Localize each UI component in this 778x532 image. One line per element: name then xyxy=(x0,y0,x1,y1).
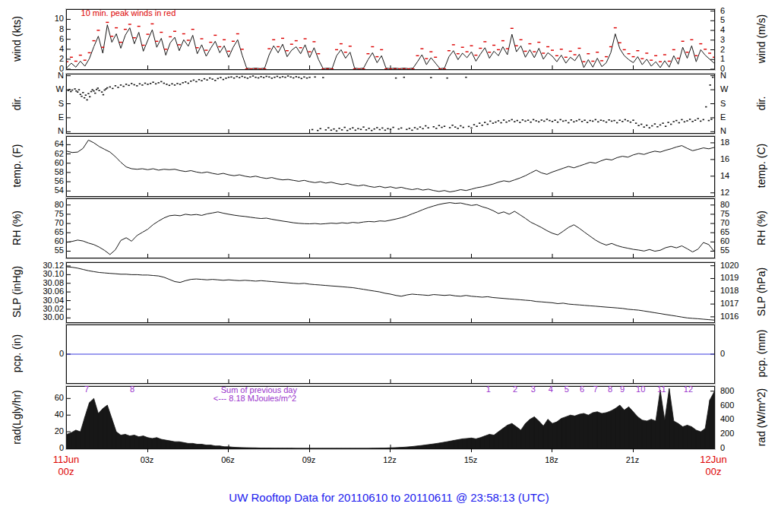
rad-annotation: 12 xyxy=(684,385,693,394)
dir-ytick-r: N xyxy=(720,126,766,135)
dir-ytick-r: E xyxy=(720,112,766,122)
x-start-date-line: 11Jun xyxy=(53,454,79,466)
slp-ytick-l: 30.12 xyxy=(23,261,64,270)
pcp-axis-title-left: pcp. (in) xyxy=(11,334,23,373)
rad-annotation: 5 xyxy=(565,385,569,394)
wind-ytick-l: 6 xyxy=(23,34,64,43)
rad-annotation: 1 xyxy=(486,385,491,394)
slp-axis-title-right: SLP (hPa) xyxy=(755,268,767,316)
temp-plot xyxy=(66,136,715,197)
slp-ytick-l: 30.06 xyxy=(23,287,64,296)
slp-ytick-l: 30.04 xyxy=(23,296,64,305)
x-start-date-line: 00z xyxy=(53,466,79,478)
rad-annotation: 4 xyxy=(549,385,553,394)
rh-axis-title-left: RH (%) xyxy=(11,211,23,245)
rad-ytick-l: 60 xyxy=(23,393,64,402)
rad-annotation: 7 xyxy=(84,385,89,394)
x-end-date-line: 12Jun xyxy=(700,454,726,466)
rad-annotation: 6 xyxy=(580,385,584,394)
wind-axis-title-left: wind (kts) xyxy=(11,16,23,62)
dir-ytick-l: E xyxy=(23,112,64,122)
rh-ytick-r: 80 xyxy=(720,200,766,209)
x-tick-label: 12z xyxy=(383,455,397,464)
panel-wind-direction: NESWNNESWNdir.dir. xyxy=(0,74,778,132)
x-tick-mark xyxy=(471,448,472,452)
rad-annotation: 7 xyxy=(593,385,598,394)
panel-wind-speed: 0246810012345610 min. peak winds in redw… xyxy=(0,9,778,68)
rad-ytick-l: 40 xyxy=(23,410,64,419)
slp-axis-title-left: SLP (inHg) xyxy=(11,266,23,318)
weather-figure: 0246810012345610 min. peak winds in redw… xyxy=(0,0,778,532)
dir-ytick-l: N xyxy=(23,126,64,135)
wind-annotation: 10 min. peak winds in red xyxy=(81,8,176,17)
dir-axis-title-left: dir. xyxy=(11,96,23,110)
temp-ytick-l: 60 xyxy=(23,158,64,167)
slp-ytick-l: 30.02 xyxy=(23,304,64,313)
wind-plot xyxy=(66,9,715,70)
x-end-date-label: 12Jun00z xyxy=(700,454,726,478)
panel-sea-level-pressure: 30.0030.0230.0430.0630.0830.1030.1210161… xyxy=(0,262,778,321)
x-tick-mark xyxy=(633,448,634,452)
slp-ytick-l: 30.08 xyxy=(23,278,64,287)
rad-annotation: 10 xyxy=(636,385,645,394)
rad-axis-title-right: rad (W/m^2) xyxy=(755,388,767,446)
rad-plot xyxy=(66,386,715,449)
x-tick-label: 15z xyxy=(464,455,478,464)
temp-axis-title-right: temp. (C) xyxy=(755,144,767,188)
x-start-date-label: 11Jun00z xyxy=(53,454,79,478)
rh-ytick-l: 70 xyxy=(23,218,64,227)
pcp-plot xyxy=(66,325,715,384)
temp-ytick-l: 62 xyxy=(23,149,64,158)
panel-relative-humidity: 556065707580556065707580RH (%)RH (%) xyxy=(0,198,778,257)
x-tick-label: 18z xyxy=(545,455,558,464)
figure-title: UW Rooftop Data for 20110610 to 20110611… xyxy=(0,491,778,504)
dir-ytick-r: N xyxy=(720,71,766,80)
x-tick-mark xyxy=(552,448,552,452)
rad-annotation: 2 xyxy=(513,385,517,394)
panel-precipitation: 00pcp. (in)pcp. (mm) xyxy=(0,325,778,382)
x-tick-mark xyxy=(309,448,310,452)
dir-ytick-l: W xyxy=(23,84,64,93)
dir-ytick-r: W xyxy=(720,84,766,93)
x-axis: 03z06z09z12z15z18z21z11Jun00z12Jun00z xyxy=(0,448,778,486)
x-end-date-line: 00z xyxy=(700,466,726,478)
panel-temperature: 54565860626412141618temp. (F)temp. (C) xyxy=(0,136,778,195)
dir-axis-title-right: dir. xyxy=(755,96,767,110)
rad-annotation: 9 xyxy=(620,385,625,394)
wind-ytick-l: 10 xyxy=(23,14,64,23)
wind-axis-title-right: wind (m/s) xyxy=(755,14,767,64)
temp-ytick-r: 12 xyxy=(720,188,766,197)
rad-ytick-l: 20 xyxy=(23,426,64,435)
x-tick-label: 09z xyxy=(302,455,316,464)
wind-ytick-l: 4 xyxy=(23,44,64,53)
wind-ytick-l: 2 xyxy=(23,54,64,63)
panel-radiation: 02040600200400600800Sum of previous day<… xyxy=(0,386,778,448)
temp-ytick-l: 54 xyxy=(23,185,64,195)
rad-annotation: 11 xyxy=(657,385,666,394)
x-tick-mark xyxy=(147,448,148,452)
rh-ytick-l: 65 xyxy=(23,227,64,236)
rh-ytick-l: 80 xyxy=(23,200,64,209)
dir-ytick-l: S xyxy=(23,99,64,108)
rh-ytick-l: 60 xyxy=(23,236,64,245)
temp-ytick-l: 64 xyxy=(23,139,64,148)
slp-plot xyxy=(66,262,715,323)
slp-ytick-l: 30.10 xyxy=(23,269,64,278)
temp-ytick-l: 56 xyxy=(23,176,64,185)
pcp-axis-title-right: pcp. (mm) xyxy=(755,330,767,378)
x-tick-label: 06z xyxy=(221,455,235,464)
rh-plot xyxy=(66,198,715,258)
rad-annotation: <--- 8.18 MJoules/m^2 xyxy=(213,394,296,403)
rad-annotation: 8 xyxy=(608,385,612,394)
slp-ytick-l: 30.00 xyxy=(23,312,64,321)
x-tick-mark xyxy=(228,448,229,452)
temp-ytick-l: 58 xyxy=(23,167,64,176)
rad-annotation: 3 xyxy=(531,385,536,394)
pcp-ytick-l: 0 xyxy=(23,349,64,358)
temp-axis-title-left: temp. (F) xyxy=(11,144,23,188)
x-tick-mark xyxy=(390,448,391,452)
rh-ytick-l: 55 xyxy=(23,245,64,255)
wind-ytick-l: 8 xyxy=(23,24,64,33)
dir-plot xyxy=(66,74,715,134)
rh-axis-title-right: RH (%) xyxy=(755,211,767,245)
